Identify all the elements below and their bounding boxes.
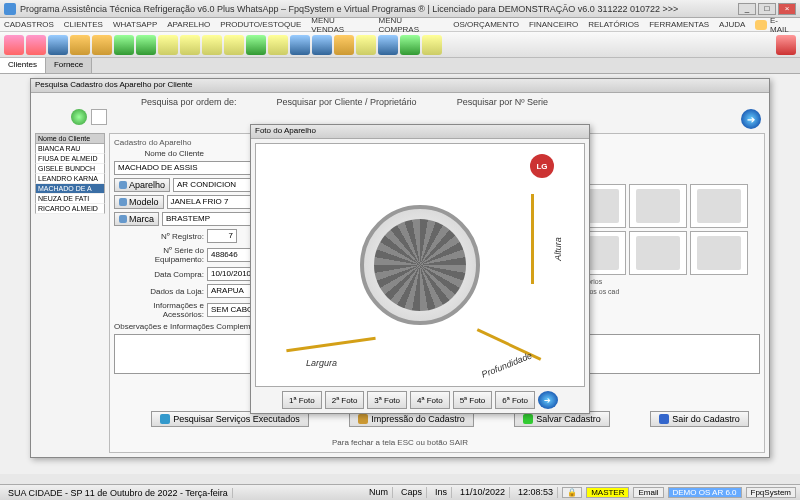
aparelho-button[interactable]: Aparelho bbox=[114, 178, 170, 192]
suppliers-icon[interactable] bbox=[26, 35, 46, 55]
next-arrow-button[interactable]: ➔ bbox=[741, 109, 761, 129]
config-icon[interactable] bbox=[312, 35, 332, 55]
menu-clientes[interactable]: CLIENTES bbox=[64, 20, 103, 29]
photo-next-button[interactable]: ➔ bbox=[538, 391, 558, 409]
purchase-icon[interactable] bbox=[136, 35, 156, 55]
sales-icon[interactable] bbox=[114, 35, 134, 55]
menu-financeiro[interactable]: FINANCEIRO bbox=[529, 20, 578, 29]
search-client-label: Pesquisar por Cliente / Proprietário bbox=[277, 97, 417, 107]
search-icon bbox=[160, 414, 170, 424]
clients-icon[interactable] bbox=[4, 35, 24, 55]
maximize-button[interactable]: □ bbox=[758, 3, 776, 15]
search-window-title: Pesquisa Cadastro dos Aparelho por Clien… bbox=[31, 79, 769, 93]
minimize-button[interactable]: _ bbox=[738, 3, 756, 15]
chart-icon[interactable] bbox=[422, 35, 442, 55]
list-item[interactable]: GISELE BUNDCH bbox=[35, 164, 105, 174]
foto-1-button[interactable]: 1ª Foto bbox=[282, 391, 322, 409]
arrow-altura-icon bbox=[531, 194, 534, 284]
report-icon[interactable] bbox=[202, 35, 222, 55]
menu-email[interactable]: E-MAIL bbox=[755, 16, 796, 34]
thumb-image-icon bbox=[697, 236, 741, 270]
invoice-icon[interactable] bbox=[268, 35, 288, 55]
app-icon bbox=[4, 3, 16, 15]
exit-icon[interactable] bbox=[776, 35, 796, 55]
menu-aparelho[interactable]: APARELHO bbox=[167, 20, 210, 29]
marca-button[interactable]: Marca bbox=[114, 212, 159, 226]
thumb-image-icon bbox=[636, 236, 680, 270]
calc-icon[interactable] bbox=[378, 35, 398, 55]
sair-button[interactable]: Sair do Cadastro bbox=[650, 411, 749, 427]
tab-clientes[interactable]: Clientes bbox=[0, 58, 46, 73]
menu-os[interactable]: OS/ORÇAMENTO bbox=[453, 20, 519, 29]
status-demo[interactable]: DEMO OS AR 6.0 bbox=[668, 487, 742, 498]
add-button[interactable] bbox=[71, 109, 87, 125]
list-item[interactable]: BIANCA RAU bbox=[35, 144, 105, 154]
side-cad-label: em todos os cad bbox=[568, 288, 758, 295]
stock-icon[interactable] bbox=[92, 35, 112, 55]
check-icon bbox=[523, 414, 533, 424]
marca-field[interactable]: BRASTEMP bbox=[162, 212, 252, 226]
mic-icon bbox=[119, 215, 127, 223]
list-item[interactable]: LEANDRO KARNA bbox=[35, 174, 105, 184]
client-name-field[interactable]: MACHADO DE ASSIS bbox=[114, 161, 254, 175]
tools-icon[interactable] bbox=[290, 35, 310, 55]
print-icon[interactable] bbox=[224, 35, 244, 55]
list-item[interactable]: FIUSA DE ALMEID bbox=[35, 154, 105, 164]
lg-logo-icon: LG bbox=[530, 154, 554, 178]
close-hint: Para fechar a tela ESC ou botão SAIR bbox=[31, 438, 769, 447]
tab-fornece[interactable]: Fornece bbox=[46, 58, 92, 73]
client-list: Nome do Cliente BIANCA RAU FIUSA DE ALME… bbox=[35, 133, 105, 453]
modelo-button[interactable]: Modelo bbox=[114, 195, 164, 209]
os-icon[interactable] bbox=[158, 35, 178, 55]
loja-label: Dados da Loja: bbox=[114, 287, 204, 296]
device-icon[interactable] bbox=[70, 35, 90, 55]
menu-whatsapp[interactable]: WHATSAPP bbox=[113, 20, 157, 29]
status-caps: Caps bbox=[397, 487, 427, 498]
serie-label: Nº Série do Equipamento: bbox=[114, 246, 204, 264]
status-email[interactable]: Email bbox=[633, 487, 663, 498]
thumb-5[interactable] bbox=[629, 231, 687, 275]
photo-window-title: Foto do Aparelho bbox=[251, 125, 589, 139]
menu-ferramentas[interactable]: FERRAMENTAS bbox=[649, 20, 709, 29]
foto-5-button[interactable]: 5ª Foto bbox=[453, 391, 493, 409]
foto-3-button[interactable]: 3ª Foto bbox=[367, 391, 407, 409]
menu-relatorios[interactable]: RELATÓRIOS bbox=[588, 20, 639, 29]
list-item[interactable]: NEUZA DE FATI bbox=[35, 194, 105, 204]
status-fpq[interactable]: FpqSystem bbox=[746, 487, 796, 498]
foto-2-button[interactable]: 2ª Foto bbox=[325, 391, 365, 409]
list-item-selected[interactable]: MACHADO DE A bbox=[35, 184, 105, 194]
statusbar: SUA CIDADE - SP 11 de Outubro de 2022 - … bbox=[0, 484, 800, 500]
finance-icon[interactable] bbox=[246, 35, 266, 55]
mic-icon bbox=[119, 198, 127, 206]
exit-icon bbox=[659, 414, 669, 424]
thumb-2[interactable] bbox=[629, 184, 687, 228]
foto-4-button[interactable]: 4ª Foto bbox=[410, 391, 450, 409]
registro-field[interactable]: 7 bbox=[207, 229, 237, 243]
foto-6-button[interactable]: 6ª Foto bbox=[495, 391, 535, 409]
modelo-field[interactable]: JANELA FRIO 7 bbox=[167, 195, 257, 209]
mail-icon bbox=[755, 20, 767, 30]
status-master[interactable]: MASTER bbox=[586, 487, 629, 498]
budget-icon[interactable] bbox=[180, 35, 200, 55]
thumb-3[interactable] bbox=[690, 184, 748, 228]
window-title: Programa Assistência Técnica Refrigeraçã… bbox=[20, 4, 738, 14]
delete-button[interactable] bbox=[91, 109, 107, 125]
menu-cadastros[interactable]: CADASTROS bbox=[4, 20, 54, 29]
menu-vendas[interactable]: MENU VENDAS bbox=[311, 16, 368, 34]
status-lock-icon[interactable]: 🔒 bbox=[562, 487, 582, 498]
photo-thumbnails: Acessórios em todos os cad bbox=[568, 184, 758, 295]
thumb-6[interactable] bbox=[690, 231, 748, 275]
close-button[interactable]: × bbox=[778, 3, 796, 15]
calendar-icon[interactable] bbox=[356, 35, 376, 55]
search-header: Pesquisa por ordem de: Pesquisar por Cli… bbox=[141, 97, 761, 107]
backup-icon[interactable] bbox=[334, 35, 354, 55]
thumb-image-icon bbox=[636, 189, 680, 223]
window-buttons: _ □ × bbox=[738, 3, 796, 15]
menu-produto[interactable]: PRODUTO/ESTOQUE bbox=[220, 20, 301, 29]
menu-ajuda[interactable]: AJUDA bbox=[719, 20, 745, 29]
status-city: SUA CIDADE - SP 11 de Outubro de 2022 - … bbox=[4, 488, 233, 498]
whatsapp-icon[interactable] bbox=[48, 35, 68, 55]
menu-compras[interactable]: MENU COMPRAS bbox=[379, 16, 444, 34]
cash-icon[interactable] bbox=[400, 35, 420, 55]
list-item[interactable]: RICARDO ALMEID bbox=[35, 204, 105, 214]
